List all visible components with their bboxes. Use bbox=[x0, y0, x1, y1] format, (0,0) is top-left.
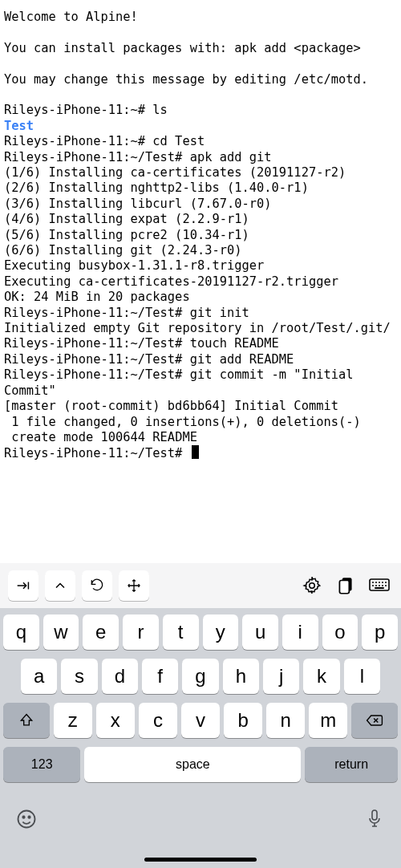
key-i[interactable]: i bbox=[282, 614, 318, 650]
terminal-line: create mode 100644 README bbox=[4, 430, 397, 445]
keyboard-toggle-icon[interactable] bbox=[366, 572, 393, 599]
key-q[interactable]: q bbox=[3, 614, 39, 650]
terminal-line: (3/6) Installing libcurl (7.67.0-r0) bbox=[4, 197, 397, 212]
svg-rect-2 bbox=[339, 581, 349, 594]
keyboard-row-3: zxcvbnm bbox=[3, 703, 398, 738]
terminal-line: Rileys-iPhone-11:~/Test# git add README bbox=[4, 352, 397, 367]
key-j[interactable]: j bbox=[263, 659, 299, 694]
key-m[interactable]: m bbox=[309, 703, 347, 738]
terminal-line: You can install packages with: apk add <… bbox=[4, 41, 397, 56]
terminal-line: (4/6) Installing expat (2.2.9-r1) bbox=[4, 212, 397, 227]
keyboard-toolbar bbox=[0, 563, 401, 608]
home-indicator bbox=[144, 858, 257, 862]
history-button[interactable] bbox=[82, 570, 112, 601]
key-k[interactable]: k bbox=[303, 659, 339, 694]
keyboard-rows: qwertyuiop asdfghjkl zxcvbnm 123 space r… bbox=[0, 608, 401, 796]
key-s[interactable]: s bbox=[61, 659, 97, 694]
terminal-line: Rileys-iPhone-11:~/Test# touch README bbox=[4, 336, 397, 351]
terminal-line: 1 file changed, 0 insertions(+), 0 delet… bbox=[4, 415, 397, 430]
key-d[interactable]: d bbox=[102, 659, 138, 694]
keyboard-row-2: asdfghjkl bbox=[3, 659, 398, 694]
return-key[interactable]: return bbox=[305, 747, 398, 782]
terminal-line: OK: 24 MiB in 20 packages bbox=[4, 290, 397, 305]
terminal-line: (5/6) Installing pcre2 (10.34-r1) bbox=[4, 228, 397, 243]
key-l[interactable]: l bbox=[344, 659, 380, 694]
key-r[interactable]: r bbox=[123, 614, 159, 650]
key-n[interactable]: n bbox=[266, 703, 305, 738]
clipboard-icon[interactable] bbox=[332, 572, 359, 599]
key-z[interactable]: z bbox=[54, 703, 92, 738]
terminal-line: Rileys-iPhone-11:~# ls bbox=[4, 103, 397, 118]
space-key[interactable]: space bbox=[84, 747, 301, 782]
terminal-line: Rileys-iPhone-11:~/Test# git init bbox=[4, 306, 397, 321]
terminal-line: Test bbox=[4, 119, 397, 134]
key-o[interactable]: o bbox=[322, 614, 358, 650]
key-f[interactable]: f bbox=[142, 659, 178, 694]
terminal-line: (6/6) Installing git (2.24.3-r0) bbox=[4, 243, 397, 258]
terminal-line: (1/6) Installing ca-certificates (201911… bbox=[4, 165, 397, 180]
keyboard-bottom-bar bbox=[0, 796, 401, 836]
terminal-line: Rileys-iPhone-11:~# cd Test bbox=[4, 134, 397, 149]
svg-point-17 bbox=[28, 817, 30, 818]
svg-rect-18 bbox=[372, 810, 377, 820]
terminal-line: Executing ca-certificates-20191127-r2.tr… bbox=[4, 274, 397, 290]
terminal-line: Rileys-iPhone-11:~/Test# apk add git bbox=[4, 150, 397, 165]
key-u[interactable]: u bbox=[242, 614, 278, 650]
terminal-line: Welcome to Alpine! bbox=[4, 10, 397, 25]
key-g[interactable]: g bbox=[182, 659, 218, 694]
terminal-output[interactable]: Welcome to Alpine!You can install packag… bbox=[0, 0, 401, 563]
arrows-move-button[interactable] bbox=[119, 570, 149, 601]
svg-point-16 bbox=[22, 817, 24, 818]
keyboard-row-4: 123 space return bbox=[3, 747, 398, 782]
key-p[interactable]: p bbox=[362, 614, 398, 650]
numeric-key[interactable]: 123 bbox=[3, 747, 80, 782]
key-x[interactable]: x bbox=[96, 703, 135, 738]
svg-point-0 bbox=[310, 583, 315, 589]
terminal-line: You may change this message by editing /… bbox=[4, 72, 397, 87]
key-v[interactable]: v bbox=[181, 703, 220, 738]
caret-up-button[interactable] bbox=[45, 570, 75, 601]
terminal-line: Executing busybox-1.31.1-r8.trigger bbox=[4, 258, 397, 274]
terminal-line: Rileys-iPhone-11:~/Test# git commit -m "… bbox=[4, 367, 397, 399]
key-a[interactable]: a bbox=[21, 659, 57, 694]
terminal-line: Rileys-iPhone-11:~/Test# bbox=[4, 445, 397, 461]
key-w[interactable]: w bbox=[43, 614, 79, 650]
backspace-key[interactable] bbox=[351, 703, 398, 738]
gear-icon[interactable] bbox=[298, 572, 326, 599]
terminal-line: (2/6) Installing nghttp2-libs (1.40.0-r1… bbox=[4, 180, 397, 196]
key-t[interactable]: t bbox=[163, 614, 199, 650]
shift-key[interactable] bbox=[3, 703, 50, 738]
tab-key-button[interactable] bbox=[8, 570, 38, 601]
mic-icon[interactable] bbox=[363, 807, 387, 831]
terminal-line: Initialized empty Git repository in /roo… bbox=[4, 321, 397, 336]
key-h[interactable]: h bbox=[223, 659, 259, 694]
terminal-line: [master (root-commit) bd6bb64] Initial C… bbox=[4, 399, 397, 414]
keyboard-row-1: qwertyuiop bbox=[3, 614, 398, 650]
key-y[interactable]: y bbox=[203, 614, 239, 650]
key-e[interactable]: e bbox=[83, 614, 119, 650]
svg-point-15 bbox=[18, 811, 35, 828]
emoji-icon[interactable] bbox=[14, 807, 38, 831]
onscreen-keyboard: qwertyuiop asdfghjkl zxcvbnm 123 space r… bbox=[0, 563, 401, 868]
key-b[interactable]: b bbox=[224, 703, 262, 738]
key-c[interactable]: c bbox=[139, 703, 177, 738]
